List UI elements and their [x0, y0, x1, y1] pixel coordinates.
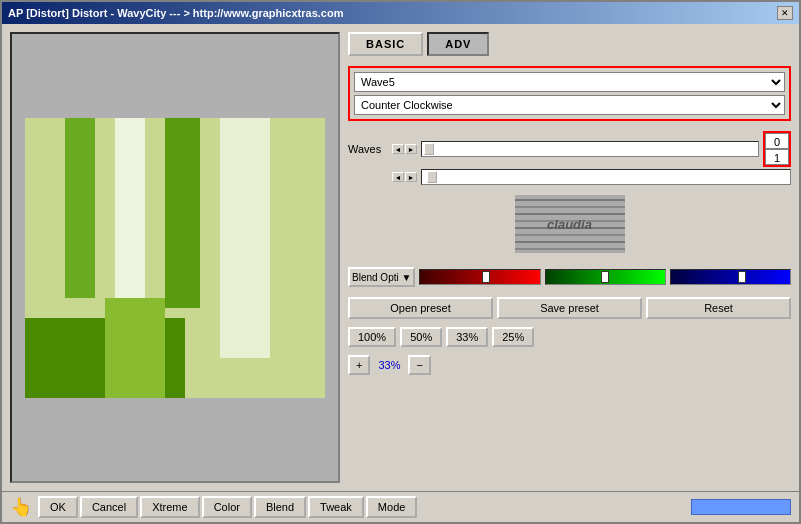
slider-arrows-top: ◄ ► [392, 144, 417, 154]
zoom-50-btn[interactable]: 50% [400, 327, 442, 347]
preview-panel [10, 32, 340, 483]
hand-icon: 👆 [10, 496, 32, 518]
window-title: AP [Distort] Distort - WavyCity --- > ht… [8, 7, 343, 19]
open-preset-btn[interactable]: Open preset [348, 297, 493, 319]
red-slider[interactable] [419, 269, 540, 285]
close-button[interactable]: ✕ [777, 6, 793, 20]
wave-type-select[interactable]: Wave1 Wave2 Wave3 Wave4 Wave5 Wave6 [354, 72, 785, 92]
second-thumb [427, 171, 437, 183]
blue-thumb [738, 271, 746, 283]
right-panel: Basic Adv Wave1 Wave2 Wave3 Wave4 Wave5 … [348, 32, 791, 483]
blue-slider[interactable] [670, 269, 791, 285]
main-window: AP [Distort] Distort - WavyCity --- > ht… [0, 0, 801, 524]
arrow-left-1[interactable]: ◄ [392, 144, 404, 154]
arrow-left-2[interactable]: ◄ [392, 172, 404, 182]
bottom-bar: 👆 OK Cancel Xtreme Color Blend Tweak Mod… [2, 491, 799, 522]
wave-type-row: Wave1 Wave2 Wave3 Wave4 Wave5 Wave6 [354, 72, 785, 92]
red-thumb [482, 271, 490, 283]
tweak-btn[interactable]: Tweak [308, 496, 364, 518]
preview-rect-3 [165, 118, 200, 308]
reset-btn[interactable]: Reset [646, 297, 791, 319]
blend-dropdown[interactable]: Blend Opti ▼ [348, 267, 415, 287]
slider-arrows-bottom: ◄ ► [392, 172, 417, 182]
save-preset-btn[interactable]: Save preset [497, 297, 642, 319]
green-thumb [601, 271, 609, 283]
zoom-minus-btn[interactable]: − [408, 355, 430, 375]
arrow-right-1[interactable]: ► [405, 144, 417, 154]
preview-bg [25, 118, 325, 398]
direction-row: Clockwise Counter Clockwise Both [354, 95, 785, 115]
blend-btn[interactable]: Blend [254, 496, 306, 518]
claudia-preview: claudia [515, 195, 625, 253]
value-box-group: 0 1 [763, 131, 791, 167]
direction-select[interactable]: Clockwise Counter Clockwise Both [354, 95, 785, 115]
preset-row: Open preset Save preset Reset [348, 297, 791, 319]
bottom-left-buttons: 👆 OK Cancel Xtreme Color Blend Tweak Mod… [10, 496, 417, 518]
color-btn[interactable]: Color [202, 496, 252, 518]
waves-slider-row: Waves ◄ ► 0 1 [348, 131, 791, 167]
slider-section: Waves ◄ ► 0 1 [348, 131, 791, 185]
preview-image [25, 118, 325, 398]
window-controls: ✕ [777, 6, 793, 20]
blue-bar [691, 499, 791, 515]
title-bar: AP [Distort] Distort - WavyCity --- > ht… [2, 2, 799, 24]
ok-btn[interactable]: OK [38, 496, 78, 518]
controls-section: Wave1 Wave2 Wave3 Wave4 Wave5 Wave6 Cloc… [348, 66, 791, 121]
tab-adv[interactable]: Adv [427, 32, 489, 56]
zoom-25-btn[interactable]: 25% [492, 327, 534, 347]
zoom-plus-btn[interactable]: + [348, 355, 370, 375]
zoom-100-btn[interactable]: 100% [348, 327, 396, 347]
zoom-control-row: + 33% − [348, 355, 791, 375]
green-slider[interactable] [545, 269, 666, 285]
tab-row: Basic Adv [348, 32, 791, 56]
zoom-current: 33% [374, 355, 404, 375]
xtreme-btn[interactable]: Xtreme [140, 496, 199, 518]
waves-thumb [424, 143, 434, 155]
preview-rect-2 [115, 118, 145, 318]
content-area: Basic Adv Wave1 Wave2 Wave3 Wave4 Wave5 … [2, 24, 799, 491]
preview-rect-1 [65, 118, 95, 298]
value-box-2: 1 [765, 149, 789, 165]
tab-basic[interactable]: Basic [348, 32, 423, 56]
waves-slider[interactable] [421, 141, 759, 157]
mode-btn[interactable]: Mode [366, 496, 418, 518]
zoom-row: 100% 50% 33% 25% [348, 327, 791, 347]
arrow-right-2[interactable]: ► [405, 172, 417, 182]
preview-rect-4 [220, 118, 270, 358]
zoom-33-btn[interactable]: 33% [446, 327, 488, 347]
second-slider[interactable] [421, 169, 791, 185]
value-box-1: 0 [765, 133, 789, 149]
cancel-btn[interactable]: Cancel [80, 496, 138, 518]
preview-rect-6 [105, 298, 165, 398]
claudia-text: claudia [547, 217, 592, 232]
blend-row: Blend Opti ▼ [348, 267, 791, 287]
waves-label: Waves [348, 143, 388, 155]
